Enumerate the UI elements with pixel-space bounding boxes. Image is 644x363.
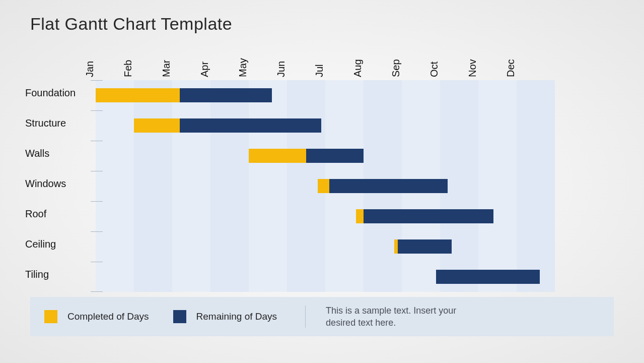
task-bar-completed <box>356 209 364 223</box>
task-row: Tiling <box>96 262 555 292</box>
row-tick <box>91 141 103 141</box>
task-bar <box>249 149 364 163</box>
legend-label-remaining: Remaining of Days <box>196 311 277 322</box>
month-label: Dec <box>505 59 517 77</box>
task-bar <box>436 270 539 284</box>
task-row: Foundation <box>96 80 555 110</box>
footer-divider <box>305 306 306 328</box>
task-bar-remaining <box>306 149 364 163</box>
chart-grid: FoundationStructureWallsWindowsRoofCeili… <box>96 80 555 292</box>
row-tick <box>91 80 103 81</box>
month-label: Nov <box>467 59 478 77</box>
legend-label-completed: Completed of Days <box>67 311 149 322</box>
month-label: May <box>237 58 249 77</box>
month-label: Mar <box>161 60 172 77</box>
row-tick <box>91 231 103 232</box>
task-bar-remaining <box>364 209 493 223</box>
month-label: Apr <box>199 62 210 77</box>
legend-swatch-remaining <box>173 310 186 323</box>
task-bar-remaining <box>180 118 321 133</box>
task-bar <box>96 88 272 102</box>
footer-note: This is a sample text. Insert your desir… <box>326 305 477 329</box>
task-label: Ceiling <box>25 238 56 250</box>
task-bar-remaining <box>329 179 448 193</box>
month-label: Oct <box>428 62 440 77</box>
page: Flat Gantt Chart Template JanFebMarAprMa… <box>0 0 644 351</box>
month-label: Jun <box>275 61 287 77</box>
month-label: Sep <box>390 59 402 77</box>
task-bar <box>134 118 321 133</box>
task-label: Tiling <box>25 269 49 280</box>
task-bar <box>394 239 452 254</box>
month-cell: Dec <box>517 42 555 80</box>
task-bar-completed <box>249 149 306 163</box>
legend: Completed of Days Remaining of Days <box>44 310 291 323</box>
page-title: Flat Gantt Chart Template <box>30 14 614 34</box>
task-bar <box>356 209 494 223</box>
task-bar-remaining <box>436 270 539 284</box>
row-tick <box>91 201 103 202</box>
task-row: Structure <box>96 110 555 141</box>
month-label: Feb <box>122 60 134 77</box>
task-bar-completed <box>394 239 398 254</box>
task-label: Walls <box>25 148 49 159</box>
task-row: Windows <box>96 171 555 201</box>
month-label: Aug <box>352 59 364 77</box>
task-row: Roof <box>96 201 555 231</box>
chart-footer: Completed of Days Remaining of Days This… <box>30 297 614 336</box>
row-tick <box>91 262 103 262</box>
task-bar-remaining <box>398 239 451 254</box>
task-bar-completed <box>96 88 180 102</box>
month-label: Jan <box>84 61 96 77</box>
task-label: Windows <box>25 178 66 190</box>
task-row: Walls <box>96 141 555 171</box>
task-bar-completed <box>134 118 180 133</box>
task-bar-remaining <box>180 88 271 102</box>
row-tick <box>91 291 103 292</box>
row-tick <box>91 110 103 111</box>
task-bar <box>318 179 448 193</box>
task-bar-completed <box>318 179 329 193</box>
task-label: Foundation <box>25 87 76 99</box>
task-label: Roof <box>25 208 46 220</box>
legend-swatch-completed <box>44 310 57 323</box>
gantt-chart: JanFebMarAprMayJunJulAugSepOctNovDec Fou… <box>96 42 614 292</box>
month-axis: JanFebMarAprMayJunJulAugSepOctNovDec <box>96 42 614 80</box>
task-label: Structure <box>25 117 66 129</box>
month-label: Jul <box>314 64 325 77</box>
row-tick <box>91 171 103 171</box>
task-row: Ceiling <box>96 231 555 262</box>
tasks-layer: FoundationStructureWallsWindowsRoofCeili… <box>96 80 555 292</box>
